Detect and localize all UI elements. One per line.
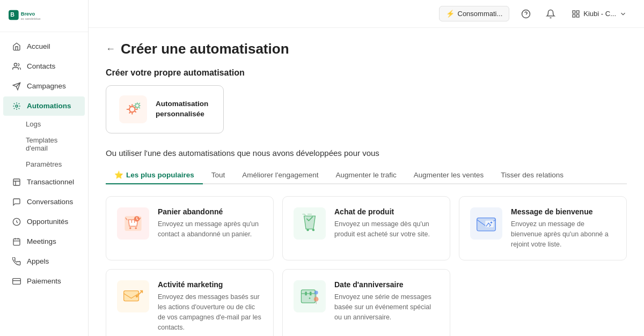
tab-trafic[interactable]: Augmenter le trafic — [327, 166, 405, 184]
sidebar-item-automations[interactable]: Automations — [3, 96, 85, 116]
sidebar-item-meetings-label: Meetings — [27, 237, 56, 245]
card-achat-produit[interactable]: Achat de produit Envoyez un message dès … — [282, 196, 450, 260]
panier-abandonne-icon — [117, 207, 149, 240]
svg-rect-14 — [577, 14, 580, 17]
custom-section-title: Créer votre propre automatisation — [106, 68, 627, 78]
svg-rect-6 — [13, 179, 20, 185]
sidebar-item-conversations[interactable]: Conversations — [3, 192, 85, 212]
automation-cards-grid: Panier abandonné Envoyez un message aprè… — [106, 196, 627, 336]
tab-ventes[interactable]: Augmenter les ventes — [405, 166, 493, 184]
campaigns-icon — [12, 81, 21, 91]
achat-produit-body: Achat de produit Envoyez un message dès … — [334, 207, 439, 240]
sidebar-item-transactionnel[interactable]: Transactionnel — [3, 173, 85, 192]
svg-point-33 — [136, 295, 138, 297]
activite-marketing-desc: Envoyez des messages basés sur les actio… — [158, 292, 262, 332]
sidebar-item-paiements[interactable]: Paiements — [3, 272, 85, 291]
user-label: Kiubi - C... — [583, 10, 616, 18]
back-button[interactable]: ← — [106, 43, 115, 55]
svg-rect-36 — [305, 292, 306, 296]
card-date-anniversaire[interactable]: Date d'anniversaire Envoyez une série de… — [282, 269, 450, 336]
contacts-icon — [12, 62, 21, 71]
consommation-button[interactable]: ⚡ Consommati... — [439, 6, 510, 21]
svg-rect-8 — [13, 238, 20, 245]
tab-relations[interactable]: Tisser des relations — [492, 166, 572, 184]
sidebar-item-paiements-label: Paiements — [27, 277, 61, 285]
panier-abandonne-body: Panier abandonné Envoyez un message aprè… — [158, 207, 262, 240]
sidebar-item-campagnes-label: Campagnes — [27, 82, 66, 90]
custom-auto-card[interactable]: Automatisation personnalisée — [106, 85, 224, 133]
tab-populaires[interactable]: ⭐ Les plus populaires — [106, 166, 203, 184]
sidebar-sub-item-logs[interactable]: Logs — [3, 116, 85, 132]
tab-engagement[interactable]: Améliorer l'engagement — [233, 166, 327, 184]
or-section-title: Ou utiliser l'une des automatisations qu… — [106, 148, 627, 158]
panier-abandonne-title: Panier abandonné — [158, 207, 262, 216]
home-icon — [12, 42, 21, 51]
opportunities-icon — [12, 217, 21, 227]
svg-point-5 — [16, 105, 18, 107]
sidebar-item-campagnes[interactable]: Campagnes — [3, 77, 85, 96]
help-button[interactable] — [518, 6, 534, 22]
consommation-label: Consommati... — [458, 10, 503, 18]
date-anniversaire-icon — [294, 280, 326, 312]
panier-abandonne-desc: Envoyez un message après qu'un contact a… — [158, 219, 262, 240]
sidebar-item-contacts[interactable]: Contacts — [3, 57, 85, 76]
tab-tout[interactable]: Tout — [203, 166, 234, 184]
notifications-button[interactable] — [543, 6, 559, 22]
sidebar-item-contacts-label: Contacts — [27, 62, 55, 70]
user-menu[interactable]: Kiubi - C... — [567, 8, 631, 20]
sidebar-item-appels[interactable]: Appels — [3, 252, 85, 271]
sidebar-item-opportunites-label: Opportunités — [27, 218, 68, 226]
message-bienvenue-icon — [470, 207, 502, 240]
star-icon: ⭐ — [114, 170, 123, 179]
card-message-bienvenue[interactable]: Message de bienvenue Envoyez un message … — [459, 196, 627, 260]
activite-marketing-title: Activité marketing — [158, 280, 262, 289]
achat-produit-desc: Envoyez un message dès qu'un produit est… — [334, 219, 439, 240]
sidebar-item-transactionnel-label: Transactionnel — [27, 178, 74, 186]
sidebar: B Brevo ex sendinblue Accueil Contacts C… — [0, 0, 89, 336]
transactional-icon — [12, 177, 21, 187]
conversations-icon — [12, 197, 21, 207]
svg-point-22 — [135, 227, 136, 229]
svg-rect-37 — [310, 292, 311, 296]
svg-rect-12 — [573, 11, 575, 13]
topbar: ⚡ Consommati... Kiubi - C... — [89, 0, 644, 28]
automations-icon — [12, 101, 21, 111]
card-activite-marketing[interactable]: Activité marketing Envoyez des messages … — [106, 269, 274, 336]
sidebar-item-accueil[interactable]: Accueil — [3, 37, 85, 56]
svg-rect-15 — [573, 14, 575, 17]
lightning-icon: ⚡ — [446, 10, 455, 18]
message-bienvenue-desc: Envoyez un message de bienvenue après qu… — [511, 219, 616, 249]
activite-marketing-body: Activité marketing Envoyez des messages … — [158, 280, 262, 332]
svg-point-30 — [491, 222, 492, 223]
achat-produit-title: Achat de produit — [334, 207, 439, 216]
svg-text:ex sendinblue: ex sendinblue — [21, 17, 41, 20]
page-header: ← Créer une automatisation — [106, 41, 627, 57]
sidebar-sub-item-templates[interactable]: Templates d'email — [3, 132, 85, 156]
svg-point-4 — [14, 63, 17, 66]
svg-rect-13 — [577, 11, 580, 13]
main-content: ⚡ Consommati... Kiubi - C... ← Créer une… — [89, 0, 644, 336]
date-anniversaire-desc: Envoyez une série de messages basée sur … — [334, 292, 439, 322]
svg-point-39 — [314, 291, 318, 295]
sidebar-item-meetings[interactable]: Meetings — [3, 232, 85, 251]
svg-rect-9 — [13, 278, 21, 284]
activite-marketing-icon — [117, 280, 149, 312]
sidebar-item-opportunites[interactable]: Opportunités — [3, 212, 85, 232]
sidebar-sub-item-parametres[interactable]: Paramètres — [3, 156, 85, 172]
custom-auto-label: Automatisation personnalisée — [156, 99, 208, 120]
sidebar-item-automations-label: Automations — [27, 102, 71, 110]
automation-tabs: ⭐ Les plus populaires Tout Améliorer l'e… — [106, 166, 627, 184]
message-bienvenue-body: Message de bienvenue Envoyez un message … — [511, 207, 616, 249]
svg-text:Brevo: Brevo — [21, 11, 35, 17]
svg-rect-35 — [301, 290, 315, 303]
svg-point-21 — [129, 227, 131, 229]
nav: Accueil Contacts Campagnes Automations L… — [0, 32, 88, 296]
page-title: Créer une automatisation — [121, 41, 289, 57]
logo: B Brevo ex sendinblue — [0, 0, 88, 32]
date-anniversaire-body: Date d'anniversaire Envoyez une série de… — [334, 280, 439, 322]
custom-auto-icon — [119, 95, 147, 123]
content-area: ← Créer une automatisation Créer votre p… — [89, 28, 644, 336]
sidebar-item-appels-label: Appels — [27, 257, 49, 265]
card-panier-abandonne[interactable]: Panier abandonné Envoyez un message aprè… — [106, 196, 274, 260]
message-bienvenue-title: Message de bienvenue — [511, 207, 616, 216]
